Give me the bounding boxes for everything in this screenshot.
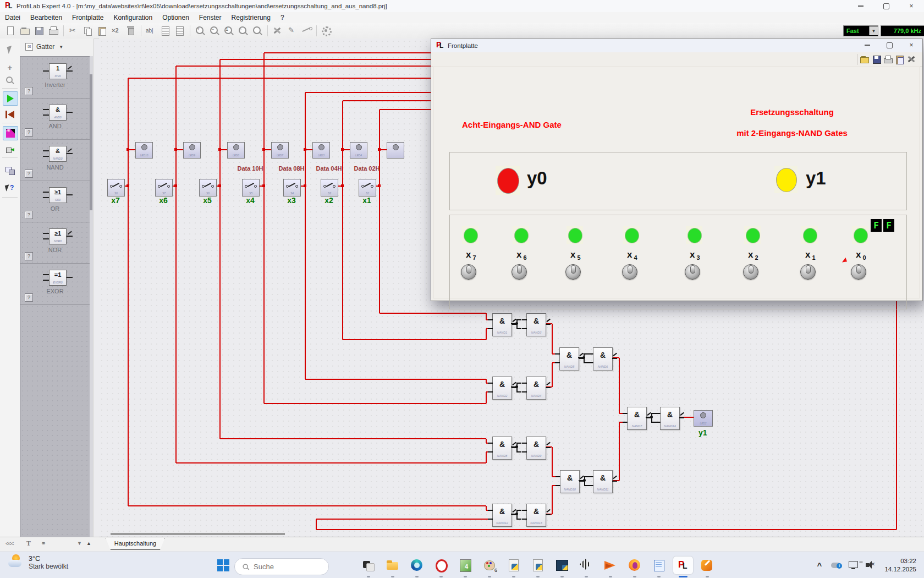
help-button[interactable]: ?	[25, 128, 33, 137]
tools-icon[interactable]	[907, 54, 917, 64]
copy-icon[interactable]	[81, 25, 95, 37]
help-button[interactable]: ?	[25, 211, 33, 219]
toggle-switch-x2[interactable]	[743, 264, 758, 280]
gate-nand7[interactable]: &NAND7	[627, 407, 647, 430]
text-tool-icon[interactable]: T	[26, 539, 31, 548]
help-button[interactable]: ?	[25, 87, 33, 95]
open-icon[interactable]	[18, 25, 31, 37]
paste-icon[interactable]	[895, 54, 905, 64]
taskbar-app-edge-browser[interactable]	[407, 557, 427, 574]
menu-frontplatte[interactable]: Frontplatte	[67, 13, 108, 23]
gate-nand5[interactable]: &NAND5	[559, 347, 579, 370]
toggle-switch-x5[interactable]	[565, 264, 581, 280]
gate-nand12[interactable]: &NAND12	[492, 504, 512, 527]
hilo-tool-icon[interactable]	[3, 126, 18, 140]
toggle-switch-x7[interactable]	[461, 264, 476, 280]
gate-nand11[interactable]: &NAND11	[593, 470, 613, 493]
close-button[interactable]: ×	[899, 0, 924, 12]
taskbar-app-profilab[interactable]	[673, 557, 693, 574]
palette-item-nand[interactable]: &NAND0NAND?	[20, 139, 90, 181]
zoom-out-icon[interactable]: −	[208, 25, 221, 37]
grid-small-icon[interactable]	[159, 25, 172, 37]
search-input[interactable]	[252, 562, 310, 571]
menu-konfiguration[interactable]: Konfiguration	[108, 13, 157, 23]
gate-nand14[interactable]: &NAND14	[660, 407, 680, 430]
gate-nand4[interactable]: &NAND4	[526, 377, 546, 400]
zoom-region-icon[interactable]	[251, 25, 264, 37]
tray-clock[interactable]: 03:22 14.12.2025	[884, 557, 916, 574]
taskbar-app-task-view[interactable]	[359, 557, 378, 574]
weather-widget[interactable]: 3°C Stark bewölkt	[8, 554, 68, 571]
start-button[interactable]	[217, 559, 229, 571]
menu-datei[interactable]: Datei	[0, 13, 25, 23]
save-icon[interactable]	[872, 54, 882, 64]
switch-x2[interactable]: S3	[321, 179, 338, 197]
taskbar-app-orange-pen-app[interactable]	[697, 557, 717, 574]
taskbar-app-notes-app[interactable]	[649, 557, 669, 574]
taskbar-app-python-file[interactable]	[504, 557, 524, 574]
switch-x3[interactable]: S4	[283, 179, 301, 197]
new-icon[interactable]	[4, 25, 17, 37]
taskbar-app-python-console[interactable]	[552, 557, 572, 574]
print-icon[interactable]	[47, 25, 60, 37]
chevron-down-icon[interactable]: ▼	[869, 26, 878, 35]
help-button[interactable]: ?	[25, 252, 33, 260]
taskbar-app-palette-app[interactable]: 6	[480, 557, 499, 574]
help-button[interactable]: ?	[25, 170, 33, 178]
collapse-panel-button[interactable]: <<<	[6, 541, 14, 547]
menu-bearbeiten[interactable]: Bearbeiten	[25, 13, 67, 23]
palette-scrollbar[interactable]	[90, 56, 93, 537]
search-binoculars-icon[interactable]: ⚭	[41, 539, 46, 547]
probe-tool-icon[interactable]	[3, 143, 17, 156]
taskbar-app-image-viewer[interactable]	[455, 557, 475, 574]
taskbar-app-firefox[interactable]	[625, 557, 645, 574]
print-icon[interactable]	[883, 54, 893, 64]
crosshair-tool-icon[interactable]: +	[3, 61, 17, 74]
taskbar-app-wireframe-app[interactable]	[576, 557, 596, 574]
gate-nand9[interactable]: &NAND9	[526, 437, 546, 460]
tab-hauptschaltung[interactable]: Hauptschaltung	[106, 538, 165, 550]
palette-item-nor[interactable]: ≥1NOR0NOR?	[20, 222, 90, 264]
menu-fenster[interactable]: Fenster	[194, 13, 227, 23]
toggle-switch-x0[interactable]	[851, 264, 866, 280]
switch-x6[interactable]: S7	[155, 179, 173, 197]
text-icon[interactable]	[145, 25, 158, 37]
frontplatte-titlebar[interactable]: Frontplatte ×	[431, 39, 922, 53]
taskbar-search[interactable]	[234, 558, 329, 575]
gate-nand13[interactable]: &NAND13	[526, 504, 546, 527]
maximize-button[interactable]	[873, 0, 899, 12]
gate-nand2[interactable]: &NAND2	[492, 377, 512, 400]
help-button[interactable]: ?	[25, 293, 33, 302]
copy-frontplate-icon[interactable]	[3, 164, 17, 177]
gate-nand8[interactable]: &NAND8	[492, 437, 512, 460]
toggle-switch-x1[interactable]	[800, 264, 816, 280]
switch-x4[interactable]: S5	[242, 179, 260, 197]
palette-item-inverter[interactable]: 1INV0Inverter?	[20, 57, 90, 99]
switch-x7[interactable]: S8	[107, 179, 125, 197]
onedrive-icon[interactable]	[830, 559, 844, 572]
canvas-hscroll-thumb[interactable]	[111, 533, 285, 535]
palette-item-and[interactable]: &AND0AND?	[20, 98, 90, 140]
taskbar-app-red-ring-app[interactable]	[431, 557, 451, 574]
speed-selector[interactable]: Fast ▼	[843, 25, 878, 36]
x2-icon[interactable]	[110, 25, 123, 37]
toggle-switch-x4[interactable]	[622, 264, 637, 280]
menu-[interactable]: ?	[276, 13, 289, 23]
volume-muted-icon[interactable]	[864, 559, 878, 572]
scroll-up-icon[interactable]: ▲	[86, 541, 91, 546]
minimize-button[interactable]	[856, 39, 878, 51]
maximize-button[interactable]	[878, 39, 900, 51]
switch-x1[interactable]: S2	[359, 179, 376, 197]
zoom-in-icon[interactable]: +	[194, 25, 207, 37]
cut-icon[interactable]	[67, 25, 80, 37]
scroll-down-icon[interactable]: ▼	[77, 541, 82, 546]
palette-header[interactable]: ⊡ Gatter ▼	[20, 43, 94, 51]
close-button[interactable]: ×	[900, 39, 922, 51]
taskbar-app-orange-bird-app[interactable]	[601, 557, 620, 574]
taskbar-app-file-explorer[interactable]	[383, 557, 403, 574]
gate-nand3[interactable]: &NAND3	[526, 313, 546, 336]
toggle-switch-x3[interactable]	[685, 264, 700, 280]
minimize-button[interactable]	[848, 0, 873, 12]
grid-large-icon[interactable]	[173, 25, 186, 37]
open-icon[interactable]	[860, 54, 870, 64]
